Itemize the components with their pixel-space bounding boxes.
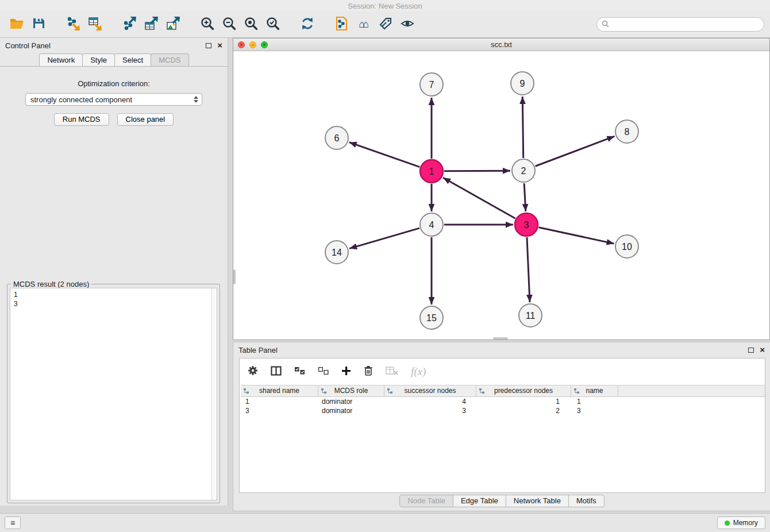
network-canvas[interactable]: 7968124314101511 (233, 51, 769, 340)
horizontal-scrollbar-nub[interactable] (493, 337, 508, 340)
save-session-button[interactable] (28, 14, 49, 36)
graph-node-14[interactable]: 14 (325, 241, 348, 264)
graph-edge-2-3[interactable] (524, 183, 526, 211)
tab-style[interactable]: Style (82, 53, 115, 66)
network-from-selection-button[interactable] (331, 14, 353, 36)
graph-node-11[interactable]: 11 (519, 304, 542, 327)
graph-node-10[interactable]: 10 (615, 235, 638, 258)
graph-edge-3-1[interactable] (443, 178, 515, 218)
zoom-window-icon[interactable]: + (261, 41, 268, 48)
tab-edge-table[interactable]: Edge Table (453, 495, 506, 507)
graph-node-9[interactable]: 9 (511, 72, 534, 95)
column-label: successor nodes (404, 387, 456, 395)
close-panel-button[interactable]: Close panel (117, 113, 174, 126)
graph-node-1[interactable]: 1 (420, 160, 443, 183)
minimize-window-icon[interactable]: – (249, 41, 256, 48)
column-header-predecessor-nodes[interactable]: predecessor nodes (476, 385, 571, 396)
export-network-icon (122, 16, 137, 33)
mcds-result-title: MCDS result (2 nodes) (11, 280, 91, 288)
search-input[interactable] (612, 20, 759, 29)
zoom-fit-button[interactable] (240, 14, 262, 36)
select-all-button[interactable] (294, 367, 305, 377)
table-cell[interactable]: 2 (476, 406, 571, 415)
tab-network-table[interactable]: Network Table (506, 495, 569, 507)
close-panel-icon[interactable]: × (760, 346, 765, 353)
table-cell[interactable]: 1 (241, 397, 318, 406)
graph-edge-1-2[interactable] (444, 171, 510, 171)
table-cell[interactable]: dominator (318, 406, 384, 415)
tab-network[interactable]: Network (39, 53, 83, 66)
result-scrollbar[interactable] (211, 288, 217, 500)
graph-node-3[interactable]: 3 (515, 213, 538, 236)
close-window-icon[interactable]: × (238, 41, 245, 48)
zoom-in-button[interactable] (197, 14, 218, 36)
eye-icon (400, 16, 415, 33)
graph-edge-2-9[interactable] (522, 97, 523, 158)
delete-table-button[interactable] (386, 366, 398, 377)
export-image-button[interactable] (162, 14, 184, 36)
show-columns-button[interactable] (271, 366, 282, 378)
create-column-button[interactable] (341, 366, 351, 378)
table-row[interactable]: 1dominator411 (241, 397, 765, 406)
graph-node-8[interactable]: 8 (615, 120, 638, 143)
column-header-shared-name[interactable]: shared name (241, 385, 318, 396)
table-cell[interactable]: 3 (571, 406, 618, 415)
tab-mcds[interactable]: MCDS (151, 53, 188, 66)
tab-motifs[interactable]: Motifs (568, 495, 605, 507)
table-settings-button[interactable] (248, 365, 258, 378)
table-cell[interactable]: 1 (571, 397, 618, 406)
float-window-icon[interactable] (748, 348, 754, 353)
graph-node-2[interactable]: 2 (512, 159, 535, 182)
zoom-out-button[interactable] (218, 14, 240, 36)
graph-node-15[interactable]: 15 (420, 306, 443, 329)
open-folder-icon (9, 17, 24, 32)
network-graph[interactable]: 7968124314101511 (233, 51, 769, 340)
column-header-mcds-role[interactable]: MCDS role (318, 385, 384, 396)
close-panel-icon[interactable]: × (217, 42, 222, 49)
tab-node-table[interactable]: Node Table (399, 495, 453, 507)
refresh-button[interactable] (297, 14, 318, 36)
mcds-result-group: MCDS result (2 nodes) 1 3 (7, 284, 220, 503)
column-header-name[interactable]: name (571, 385, 618, 396)
table-cell[interactable]: 3 (241, 406, 318, 415)
table-row[interactable]: 3dominator323 (241, 406, 765, 415)
tab-select[interactable]: Select (114, 53, 151, 66)
search-box[interactable] (596, 17, 764, 32)
graph-node-7[interactable]: 7 (420, 73, 443, 96)
table-cell[interactable]: dominator (318, 397, 384, 406)
import-network-button[interactable] (62, 14, 84, 36)
criterion-select[interactable]: strongly connected component (25, 93, 202, 106)
node-label: 2 (521, 166, 526, 176)
delete-column-button[interactable] (364, 365, 373, 379)
show-hide-button[interactable] (396, 14, 418, 36)
graph-edge-1-6[interactable] (349, 142, 420, 167)
export-table-button[interactable] (140, 14, 162, 36)
export-network-button[interactable] (118, 14, 140, 36)
unselect-all-button[interactable] (318, 367, 329, 377)
graph-node-4[interactable]: 4 (420, 213, 443, 236)
node-label: 15 (426, 313, 437, 323)
open-session-button[interactable] (6, 14, 28, 36)
memory-button[interactable]: Memory (717, 516, 765, 529)
zoom-selected-button[interactable] (262, 14, 284, 36)
column-header-successor-nodes[interactable]: successor nodes (384, 385, 476, 396)
graph-edge-3-11[interactable] (527, 237, 530, 302)
import-table-button[interactable] (84, 14, 106, 36)
first-neighbors-button[interactable]: ⌂⌂ (353, 14, 375, 36)
table-panel-tabs: Node Table Edge Table Network Table Moti… (233, 495, 770, 507)
graph-edge-3-10[interactable] (538, 228, 614, 244)
run-mcds-button[interactable]: Run MCDS (54, 113, 109, 126)
graph-node-6[interactable]: 6 (325, 126, 348, 149)
vertical-scrollbar-nub[interactable] (233, 269, 236, 284)
table-cell[interactable]: 4 (384, 397, 476, 406)
network-view-window: × – + scc.txt 7968124314101511 (233, 38, 770, 340)
table-cell[interactable]: 1 (476, 397, 571, 406)
style-button[interactable] (375, 14, 396, 36)
search-icon (602, 20, 609, 30)
float-window-icon[interactable] (206, 43, 211, 48)
function-builder-button[interactable]: f(x) (411, 365, 426, 378)
graph-edge-4-14[interactable] (349, 228, 419, 248)
task-history-button[interactable]: ≡ (5, 516, 21, 529)
table-cell[interactable]: 3 (384, 406, 476, 415)
graph-edge-2-8[interactable] (536, 136, 615, 166)
